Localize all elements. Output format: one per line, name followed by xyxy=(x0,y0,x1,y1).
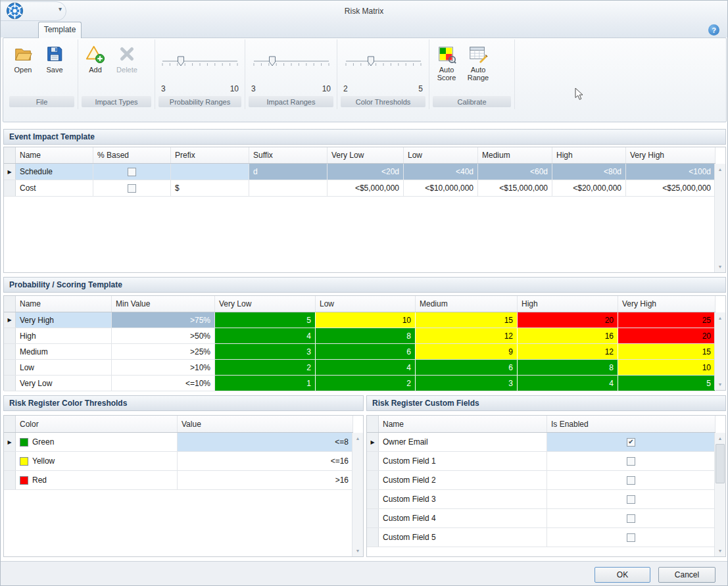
column-header-high[interactable]: High xyxy=(518,296,618,312)
row-indicator[interactable]: ▶ xyxy=(4,471,16,489)
column-header-very-low[interactable]: Very Low xyxy=(328,147,404,163)
event-impact-row-cost[interactable]: ▶ Cost ✔ $ <$5,000,000 <$10,000,000 <$15… xyxy=(4,180,716,197)
score-cell[interactable]: 12 xyxy=(416,328,518,343)
event-impact-row-schedule[interactable]: ▶ Schedule ✔ d <20d <40d <60d <80d <100d xyxy=(4,164,716,180)
cell-name[interactable]: Low xyxy=(16,360,112,375)
score-cell[interactable]: 9 xyxy=(416,344,518,359)
row-indicator[interactable]: ▶ xyxy=(367,490,379,508)
score-cell[interactable]: 5 xyxy=(618,376,716,391)
cell-very-high[interactable]: <100d xyxy=(626,164,716,180)
cell-name[interactable]: Very High xyxy=(16,312,112,328)
column-header-pct-based[interactable]: % Based xyxy=(93,147,171,163)
column-header-very-high[interactable]: Very High xyxy=(626,147,716,163)
cell-value[interactable]: <=8 xyxy=(178,433,353,451)
auto-range-button[interactable]: Auto Range xyxy=(462,41,494,96)
scroll-up-button[interactable]: ▲ xyxy=(352,433,363,443)
tab-template[interactable]: Template xyxy=(38,22,82,38)
row-indicator[interactable]: ▶ xyxy=(4,452,16,470)
column-header-high[interactable]: High xyxy=(552,147,626,163)
custom-fields-scrollbar[interactable]: ▲ ▼ xyxy=(714,433,725,556)
cell-low[interactable]: <40d xyxy=(404,164,478,180)
score-cell[interactable]: 15 xyxy=(618,344,716,359)
cell-min-value[interactable]: >75% xyxy=(112,312,215,328)
score-cell[interactable]: 12 xyxy=(518,344,618,359)
scroll-up-button[interactable]: ▲ xyxy=(715,313,725,323)
row-indicator[interactable]: ▶ xyxy=(4,328,16,343)
color-thresholds-scrollbar[interactable]: ▲ ▼ xyxy=(352,433,363,556)
score-cell[interactable]: 20 xyxy=(618,328,716,343)
score-cell[interactable]: 10 xyxy=(618,360,716,375)
score-cell[interactable]: 3 xyxy=(416,376,518,391)
open-button[interactable]: Open xyxy=(7,41,39,96)
custom-field-row-5[interactable]: ▶ Custom Field 5 ✔ xyxy=(367,528,716,547)
cell-value[interactable]: >16 xyxy=(178,471,353,489)
cell-name[interactable]: Very Low xyxy=(16,376,112,391)
cell-name[interactable]: Schedule xyxy=(16,164,93,180)
cell-is-enabled[interactable]: ✔ xyxy=(547,490,716,508)
column-header-medium[interactable]: Medium xyxy=(416,296,518,312)
row-indicator[interactable]: ▶ xyxy=(367,528,379,547)
scroll-up-button[interactable]: ▲ xyxy=(715,433,725,443)
is-enabled-checkbox[interactable]: ✔ xyxy=(627,495,635,504)
cell-name[interactable]: Custom Field 4 xyxy=(379,509,547,527)
threshold-row-yellow[interactable]: ▶ Yellow <=16 xyxy=(4,452,353,471)
impact-ranges-slider[interactable] xyxy=(253,55,330,72)
score-cell[interactable]: 4 xyxy=(518,376,618,391)
column-header-suffix[interactable]: Suffix xyxy=(249,147,328,163)
cell-high[interactable]: <80d xyxy=(552,164,626,180)
event-impact-scrollbar[interactable]: ▲ ▼ xyxy=(714,164,725,272)
row-indicator[interactable]: ▶ xyxy=(367,471,379,489)
cell-medium[interactable]: <60d xyxy=(478,164,552,180)
probability-ranges-slider[interactable] xyxy=(161,55,239,72)
cell-high[interactable]: <$20,000,000 xyxy=(552,180,626,196)
probability-row-very-high[interactable]: ▶ Very High >75% 5 10 15 20 25 xyxy=(4,312,716,328)
slider-thumb[interactable] xyxy=(269,57,275,66)
probability-row-low[interactable]: ▶ Low >10% 2 4 6 8 10 xyxy=(4,360,716,376)
score-cell[interactable]: 4 xyxy=(316,360,416,375)
column-header-min-value[interactable]: Min Value xyxy=(112,296,215,312)
cell-color[interactable]: Yellow xyxy=(16,452,178,470)
score-cell[interactable]: 3 xyxy=(215,344,316,359)
pct-based-checkbox[interactable]: ✔ xyxy=(128,168,136,176)
slider-thumb[interactable] xyxy=(368,57,374,66)
cell-name[interactable]: Custom Field 2 xyxy=(379,471,547,489)
custom-field-row-2[interactable]: ▶ Custom Field 2 ✔ xyxy=(367,471,716,490)
auto-score-button[interactable]: Auto Score xyxy=(431,41,462,96)
scroll-down-button[interactable]: ▼ xyxy=(715,262,725,272)
cell-low[interactable]: <$10,000,000 xyxy=(404,180,478,196)
cell-is-enabled[interactable]: ✔ xyxy=(547,452,716,470)
cell-medium[interactable]: <$15,000,000 xyxy=(478,180,552,196)
score-cell[interactable]: 6 xyxy=(316,344,416,359)
scroll-up-button[interactable]: ▲ xyxy=(715,164,725,174)
custom-field-row-4[interactable]: ▶ Custom Field 4 ✔ xyxy=(367,509,716,528)
cell-very-low[interactable]: <$5,000,000 xyxy=(328,180,404,196)
score-cell[interactable]: 15 xyxy=(416,312,518,328)
cell-very-low[interactable]: <20d xyxy=(328,164,404,180)
column-header-low[interactable]: Low xyxy=(316,296,416,312)
column-header-name[interactable]: Name xyxy=(379,416,547,432)
score-cell[interactable]: 8 xyxy=(316,328,416,343)
add-impact-type-button[interactable]: Add xyxy=(80,41,111,96)
slider-thumb[interactable] xyxy=(178,57,184,66)
cell-prefix[interactable] xyxy=(171,164,249,180)
row-indicator[interactable]: ▶ xyxy=(4,344,16,359)
score-cell[interactable]: 6 xyxy=(416,360,518,375)
row-indicator[interactable]: ▶ xyxy=(4,164,16,180)
cell-name[interactable]: Cost xyxy=(16,180,93,196)
custom-field-row-1[interactable]: ▶ Custom Field 1 ✔ xyxy=(367,452,716,471)
probability-scrollbar[interactable]: ▲ ▼ xyxy=(714,312,725,390)
cell-very-high[interactable]: <$25,000,000 xyxy=(626,180,716,196)
score-cell[interactable]: 4 xyxy=(215,328,316,343)
help-button[interactable]: ? xyxy=(708,24,719,36)
cell-pct-based[interactable]: ✔ xyxy=(93,164,171,180)
cell-name[interactable]: Medium xyxy=(16,344,112,359)
row-indicator[interactable]: ▶ xyxy=(367,509,379,527)
row-indicator[interactable]: ▶ xyxy=(4,312,16,328)
cell-name[interactable]: Custom Field 3 xyxy=(379,490,547,508)
cancel-button[interactable]: Cancel xyxy=(658,567,716,583)
cell-name[interactable]: Custom Field 5 xyxy=(379,528,547,547)
column-header-low[interactable]: Low xyxy=(404,147,478,163)
cell-suffix[interactable] xyxy=(249,180,328,196)
score-cell[interactable]: 16 xyxy=(518,328,618,343)
cell-name[interactable]: Custom Field 1 xyxy=(379,452,547,470)
